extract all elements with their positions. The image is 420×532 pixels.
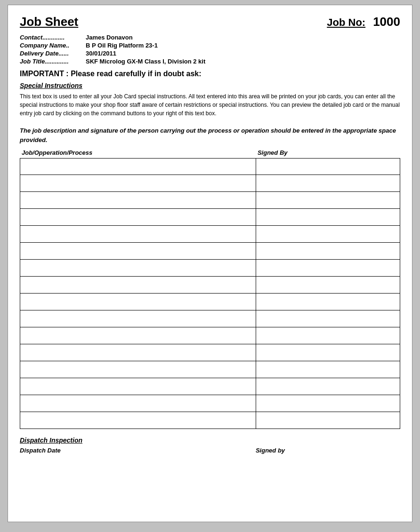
- table-row: [20, 344, 400, 361]
- cell-job: [20, 209, 256, 226]
- delivery-row: Delivery Date...... 30/01/2011: [20, 50, 400, 57]
- cell-job: [20, 226, 256, 243]
- table-row: [20, 294, 400, 310]
- dispatch-signed-label: Signed by: [256, 447, 400, 454]
- cell-signed: [256, 192, 400, 209]
- cell-signed: [256, 294, 400, 310]
- table-row: [20, 192, 400, 209]
- company-row: Company Name.. B P Oil Rig Platform 23-1: [20, 42, 400, 49]
- contact-label: Contact.............: [20, 34, 86, 41]
- special-instructions-title: Special Instructions: [20, 82, 400, 89]
- table-body: [20, 158, 400, 429]
- table-row: [20, 260, 400, 277]
- job-title-row: Job Title.............. SKF Microlog GX-…: [20, 58, 400, 65]
- cell-job: [20, 175, 256, 192]
- cell-job: [20, 243, 256, 260]
- cell-job: [20, 294, 256, 310]
- cell-job: [20, 327, 256, 344]
- company-label: Company Name..: [20, 42, 86, 49]
- table-row: [20, 226, 400, 243]
- cell-job: [20, 412, 256, 429]
- dispatch-date-label: Dispatch Date: [20, 447, 256, 454]
- cell-signed: [256, 412, 400, 429]
- job-no-label: Job No:: [327, 16, 365, 29]
- cell-signed: [256, 277, 400, 294]
- special-instructions-section: Special Instructions This text box is us…: [20, 82, 400, 118]
- cell-signed: [256, 209, 400, 226]
- cell-signed: [256, 310, 400, 327]
- table-row: [20, 378, 400, 395]
- cell-signed: [256, 260, 400, 277]
- table-row: [20, 395, 400, 412]
- table-row: [20, 209, 400, 226]
- cell-job: [20, 192, 256, 209]
- cell-signed: [256, 158, 400, 175]
- page-title: Job Sheet: [20, 15, 78, 29]
- company-value: B P Oil Rig Platform 23-1: [86, 42, 158, 49]
- dispatch-title: Dispatch Inspection: [20, 437, 400, 444]
- cell-signed: [256, 327, 400, 344]
- job-description-notice: The job description and signature of the…: [20, 126, 400, 144]
- operations-table: Job/Opperation/Process Signed By: [20, 149, 400, 429]
- cell-signed: [256, 378, 400, 395]
- table-row: [20, 412, 400, 429]
- cell-signed: [256, 243, 400, 260]
- job-no-value: 1000: [373, 15, 400, 29]
- contact-value: James Donavon: [86, 34, 133, 41]
- cell-signed: [256, 226, 400, 243]
- col-job-header: Job/Opperation/Process: [20, 149, 256, 156]
- special-instructions-body: This text box is used to enter all your …: [20, 92, 400, 118]
- delivery-value: 30/01/2011: [86, 50, 116, 57]
- header-row: Job Sheet Job No: 1000: [20, 15, 400, 29]
- col-signed-header: Signed By: [256, 149, 400, 156]
- cell-job: [20, 344, 256, 361]
- job-no-section: Job No: 1000: [327, 15, 400, 29]
- info-section: Contact............. James Donavon Compa…: [20, 34, 400, 65]
- delivery-label: Delivery Date......: [20, 50, 86, 57]
- dispatch-section: Dispatch Inspection Dispatch Date Signed…: [20, 437, 400, 454]
- cell-signed: [256, 344, 400, 361]
- cell-signed: [256, 175, 400, 192]
- cell-job: [20, 395, 256, 412]
- important-notice: IMPORTANT : Please read carefully if in …: [20, 70, 400, 78]
- table-row: [20, 327, 400, 344]
- cell-job: [20, 310, 256, 327]
- contact-row: Contact............. James Donavon: [20, 34, 400, 41]
- table-row: [20, 158, 400, 175]
- job-title-value: SKF Microlog GX-M Class I, Division 2 ki…: [86, 58, 205, 65]
- table-row: [20, 277, 400, 294]
- table-row: [20, 243, 400, 260]
- cell-job: [20, 378, 256, 395]
- job-title-label: Job Title..............: [20, 58, 86, 65]
- table-row: [20, 310, 400, 327]
- cell-job: [20, 158, 256, 175]
- cell-job: [20, 277, 256, 294]
- table-header: Job/Opperation/Process Signed By: [20, 149, 400, 156]
- cell-job: [20, 361, 256, 378]
- cell-signed: [256, 361, 400, 378]
- table-row: [20, 361, 400, 378]
- cell-signed: [256, 395, 400, 412]
- job-sheet-page: Job Sheet Job No: 1000 Contact..........…: [8, 5, 412, 522]
- dispatch-row: Dispatch Date Signed by: [20, 447, 400, 454]
- table-row: [20, 175, 400, 192]
- cell-job: [20, 260, 256, 277]
